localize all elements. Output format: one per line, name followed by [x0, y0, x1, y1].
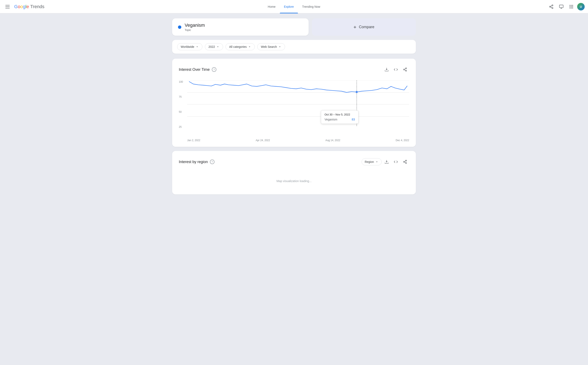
year-filter-label: 2022 [208, 45, 215, 49]
svg-rect-15 [571, 7, 572, 8]
svg-rect-10 [572, 5, 573, 6]
svg-line-4 [551, 5, 552, 6]
svg-point-2 [552, 7, 553, 8]
region-selector-label: Region [365, 160, 374, 163]
search-dot [178, 26, 181, 29]
trend-line-veganism [189, 82, 407, 92]
nav-home[interactable]: Home [264, 0, 280, 13]
card-header: Interest Over Time ? [179, 65, 409, 74]
category-filter-label: All categories [229, 45, 247, 49]
svg-point-28 [403, 161, 405, 162]
compare-box[interactable]: + Compare [312, 18, 416, 36]
feedback-button[interactable] [557, 2, 566, 11]
compare-label: Compare [359, 25, 374, 29]
main-nav: Home Explore Trending Now [149, 0, 439, 13]
svg-rect-13 [572, 6, 573, 7]
x-label-dec: Dec 4, 2022 [396, 139, 409, 142]
y-label-50: 50 [179, 111, 185, 113]
google-trends-logo[interactable]: Google Trends [14, 4, 44, 9]
share-button[interactable] [547, 2, 555, 11]
search-text: Veganism Topic [185, 22, 205, 32]
x-axis-labels: Jan 2, 2022 Apr 24, 2022 Aug 14, 2022 De… [179, 137, 409, 142]
svg-rect-8 [570, 5, 570, 6]
header: Google Trends Home Explore Trending Now [0, 0, 588, 13]
embed-button[interactable] [392, 65, 400, 74]
chart-svg [187, 80, 409, 128]
card-title-area: Interest Over Time ? [179, 67, 216, 72]
svg-point-17 [406, 68, 407, 69]
nav-trending[interactable]: Trending Now [298, 0, 324, 13]
nav-explore[interactable]: Explore [280, 0, 298, 13]
x-label-aug: Aug 14, 2022 [325, 139, 340, 142]
region-card-header: Interest by region ? Region [179, 158, 409, 166]
interest-over-time-card: Interest Over Time ? [172, 59, 416, 147]
region-download-button[interactable] [383, 158, 391, 166]
filters-bar: Worldwide 2022 All categories Web Search [172, 40, 416, 54]
region-help-icon[interactable]: ? [210, 160, 214, 164]
svg-point-29 [406, 162, 407, 163]
region-card-title: Interest by region [179, 160, 208, 164]
header-right: U [439, 2, 585, 11]
search-type-filter[interactable]: Web Search [257, 43, 285, 50]
region-embed-button[interactable] [392, 158, 400, 166]
chart-container: 100 75 50 25 [179, 80, 409, 135]
google-logo: Google [14, 4, 29, 9]
region-selector-button[interactable]: Region [362, 158, 382, 165]
svg-line-21 [404, 69, 406, 69]
svg-rect-5 [559, 5, 563, 7]
year-filter[interactable]: 2022 [205, 43, 223, 50]
location-filter-label: Worldwide [181, 45, 194, 49]
region-title-area: Interest by region ? [179, 160, 214, 164]
search-area: Veganism Topic + Compare [172, 18, 416, 36]
svg-rect-9 [571, 5, 572, 6]
svg-point-18 [403, 69, 405, 70]
search-term: Veganism [185, 22, 205, 28]
svg-rect-14 [570, 7, 570, 8]
user-avatar[interactable]: U [577, 3, 585, 10]
trends-label: Trends [30, 4, 44, 9]
search-type-filter-label: Web Search [261, 45, 277, 49]
svg-rect-16 [572, 7, 573, 8]
share-chart-button[interactable] [401, 65, 409, 74]
region-map-placeholder: Map visualization loading... [179, 173, 409, 190]
svg-line-30 [404, 162, 406, 163]
card-actions [383, 65, 409, 74]
y-axis-labels: 100 75 50 25 [179, 80, 187, 128]
region-share-button[interactable] [401, 158, 409, 166]
compare-plus-icon: + [354, 24, 356, 30]
y-label-100: 100 [179, 80, 185, 83]
svg-line-20 [404, 70, 406, 70]
location-filter[interactable]: Worldwide [177, 43, 202, 50]
svg-point-19 [406, 70, 407, 71]
x-label-apr: Apr 24, 2022 [256, 139, 270, 142]
svg-point-27 [406, 160, 407, 161]
y-label-25: 25 [179, 126, 185, 128]
apps-button[interactable] [567, 2, 575, 11]
region-card-actions: Region [362, 158, 409, 166]
svg-line-3 [551, 7, 552, 8]
card-title: Interest Over Time [179, 67, 210, 72]
svg-rect-12 [571, 6, 572, 7]
hamburger-menu-button[interactable] [3, 2, 12, 11]
svg-line-31 [404, 161, 406, 161]
svg-point-1 [550, 6, 551, 7]
search-box: Veganism Topic [172, 18, 309, 36]
help-icon[interactable]: ? [212, 67, 216, 72]
search-type: Topic [185, 28, 205, 32]
interest-by-region-card: Interest by region ? Region [172, 151, 416, 194]
download-button[interactable] [383, 65, 391, 74]
svg-point-0 [552, 5, 553, 6]
y-label-75: 75 [179, 95, 185, 98]
tooltip-dot [356, 91, 358, 93]
x-label-jan: Jan 2, 2022 [187, 139, 200, 142]
category-filter[interactable]: All categories [226, 43, 255, 50]
header-left: Google Trends [3, 2, 149, 11]
svg-rect-11 [570, 6, 570, 7]
main-content: Veganism Topic + Compare Worldwide 2022 … [169, 13, 419, 204]
